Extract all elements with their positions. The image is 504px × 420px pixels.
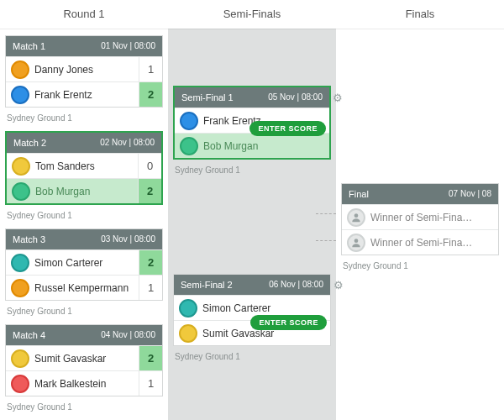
player-name: Danny Jones	[34, 64, 139, 76]
match-title: Semi-Final 2	[181, 275, 233, 295]
avatar	[180, 137, 198, 155]
svg-point-1	[354, 239, 359, 243]
player-row[interactable]: Tom Sanders 0	[7, 153, 161, 178]
column-header-semifinals: Semi-Finals	[168, 0, 336, 29]
svg-point-0	[354, 213, 359, 218]
player-row[interactable]: Russel Kempermann 1	[6, 275, 162, 300]
score-cell[interactable]: 2	[139, 82, 162, 107]
match-card[interactable]: Match 3 03 Nov | 08:00 Simon Carterer 2 …	[5, 228, 163, 301]
venue-label: Sydney Ground 1	[5, 304, 163, 324]
venue-label: Sydney Ground 1	[5, 111, 163, 131]
match-card[interactable]: Match 1 01 Nov | 08:00 Danny Jones 1 Fra…	[5, 35, 163, 108]
score-cell[interactable]: 1	[139, 57, 162, 81]
venue-label: Sydney Ground 1	[341, 259, 499, 279]
match-title: Final	[349, 184, 369, 204]
avatar	[12, 182, 30, 201]
match-datetime: 06 Nov | 08:00	[269, 275, 323, 295]
player-name: Bob Murgan	[203, 140, 329, 152]
column-semifinals: Semi-Finals ⚙ Semi-Final 1 05 Nov | 08:0…	[168, 0, 336, 420]
match-title: Match 4	[13, 325, 45, 345]
player-row[interactable]: Sumit Gavaskar 2	[6, 345, 162, 370]
score-cell[interactable]: 2	[139, 250, 162, 275]
avatar	[11, 60, 29, 79]
score-cell[interactable]: 1	[139, 276, 162, 300]
match-datetime: 05 Nov | 08:00	[268, 87, 323, 108]
avatar	[11, 375, 29, 393]
enter-score-button[interactable]: ENTER SCORE	[250, 315, 327, 330]
player-name: Sumit Gavaskar	[34, 353, 139, 365]
person-icon	[347, 208, 365, 227]
player-name: Winner of Semi-Fina…	[370, 237, 498, 249]
avatar	[11, 279, 29, 297]
player-name: Russel Kempermann	[34, 282, 139, 294]
avatar	[179, 324, 197, 343]
match-card[interactable]: Match 4 04 Nov | 08:00 Sumit Gavaskar 2 …	[5, 324, 163, 396]
score-cell[interactable]: 2	[138, 179, 161, 203]
score-cell[interactable]: 2	[139, 346, 162, 370]
player-name: Simon Carterer	[202, 302, 330, 314]
player-name: Bob Murgan	[35, 186, 138, 197]
player-row[interactable]: Danny Jones 1	[6, 56, 162, 81]
match-datetime: 03 Nov | 08:00	[101, 229, 155, 249]
player-name: Frank Erentz	[34, 89, 139, 101]
person-icon	[347, 234, 365, 252]
player-name: Mark Balkestein	[34, 378, 139, 390]
match-title: Match 3	[13, 229, 45, 249]
player-row[interactable]: Frank Erentz 2	[6, 81, 162, 107]
match-card[interactable]: ⚙ Semi-Final 1 05 Nov | 08:00 Frank Eren…	[173, 86, 331, 160]
avatar	[12, 157, 30, 176]
avatar	[180, 112, 198, 130]
column-header-finals: Finals	[336, 0, 504, 29]
match-card[interactable]: Match 2 02 Nov | 08:00 Tom Sanders 0 Bob…	[5, 131, 163, 205]
match-datetime: 02 Nov | 08:00	[100, 133, 155, 153]
player-name: Winner of Semi-Fina…	[370, 212, 498, 223]
player-row[interactable]: Bob Murgan 2	[7, 178, 161, 203]
match-card[interactable]: ⚙ Semi-Final 2 06 Nov | 08:00 Simon Cart…	[173, 274, 331, 346]
column-finals: Finals Final 07 Nov | 08 Winner of Semi-…	[336, 0, 504, 420]
match-datetime: 04 Nov | 08:00	[101, 325, 155, 345]
score-cell[interactable]: 1	[139, 371, 162, 396]
player-name: Simon Carterer	[34, 257, 139, 269]
player-row[interactable]: Winner of Semi-Fina…	[342, 204, 498, 229]
avatar	[11, 349, 29, 368]
player-row[interactable]: Bob Murgan	[175, 133, 329, 158]
player-row[interactable]: Mark Balkestein 1	[6, 370, 162, 396]
avatar	[11, 254, 29, 272]
match-title: Semi-Final 1	[181, 87, 234, 108]
venue-label: Sydney Ground 1	[173, 163, 331, 183]
enter-score-button[interactable]: ENTER SCORE	[249, 121, 326, 136]
column-header-round1: Round 1	[0, 0, 168, 29]
match-card[interactable]: Final 07 Nov | 08 Winner of Semi-Fina… W…	[341, 183, 499, 255]
match-title: Match 2	[13, 133, 46, 153]
match-datetime: 01 Nov | 08:00	[101, 36, 155, 56]
venue-label: Sydney Ground 1	[173, 349, 331, 370]
venue-label: Sydney Ground 1	[5, 400, 163, 420]
score-cell[interactable]: 0	[138, 154, 161, 178]
player-name: Tom Sanders	[35, 160, 138, 172]
column-round1: Round 1 Match 1 01 Nov | 08:00 Danny Jon…	[0, 0, 168, 420]
avatar	[11, 86, 29, 104]
match-datetime: 07 Nov | 08	[449, 184, 491, 204]
match-title: Match 1	[13, 36, 45, 56]
player-row[interactable]: Winner of Semi-Fina…	[342, 229, 498, 255]
player-row[interactable]: Simon Carterer 2	[6, 249, 162, 275]
venue-label: Sydney Ground 1	[5, 208, 163, 228]
avatar	[179, 299, 197, 318]
